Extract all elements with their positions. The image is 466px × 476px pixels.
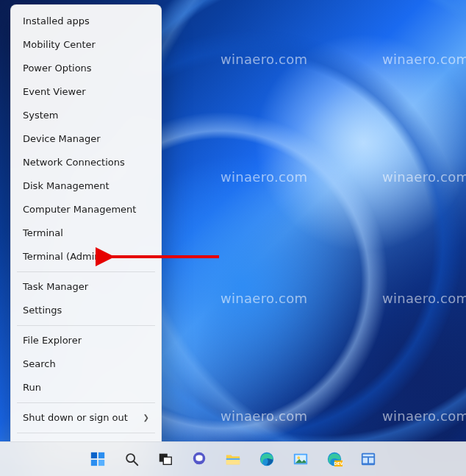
task-view-button[interactable] — [151, 445, 179, 473]
menu-item-label: Run — [23, 376, 41, 399]
menu-item-label: Task Manager — [23, 275, 88, 299]
menu-item-mobility-center[interactable]: Mobility Center — [11, 33, 161, 57]
chat-icon — [191, 451, 207, 467]
svg-point-15 — [297, 456, 300, 459]
edge-dev-icon: DEV — [326, 451, 343, 467]
svg-rect-2 — [98, 452, 104, 458]
menu-item-settings[interactable]: Settings — [11, 299, 161, 322]
start-button[interactable] — [84, 445, 112, 473]
menu-item-terminal-admin[interactable]: Terminal (Admin) — [11, 245, 161, 269]
menu-item-label: Shut down or sign out — [23, 406, 128, 430]
chevron-right-icon: ❯ — [143, 406, 149, 430]
winaero-tweaker-button[interactable] — [354, 445, 382, 473]
menu-item-label: Terminal — [23, 221, 63, 245]
menu-item-system[interactable]: System — [11, 104, 161, 127]
menu-item-computer-management[interactable]: Computer Management — [11, 198, 161, 221]
winaero-tweaker-icon — [360, 451, 376, 467]
menu-item-run[interactable]: Run — [11, 376, 161, 399]
watermark: winaero.com — [221, 169, 307, 185]
svg-text:DEV: DEV — [334, 461, 343, 466]
menu-item-power-options[interactable]: Power Options — [11, 57, 161, 80]
menu-item-label: Search — [23, 352, 56, 376]
menu-item-label: System — [23, 104, 58, 127]
taskbar: DEV — [0, 441, 466, 476]
menu-item-file-explorer[interactable]: File Explorer — [11, 329, 161, 352]
menu-item-label: Disk Management — [23, 174, 110, 198]
menu-item-network-connections[interactable]: Network Connections — [11, 151, 161, 174]
search-button[interactable] — [118, 445, 146, 473]
desktop[interactable]: winaero.com winaero.com winaero.com wina… — [0, 0, 466, 476]
watermark: winaero.com — [382, 291, 466, 306]
menu-separator — [17, 271, 155, 272]
menu-item-shutdown-signout[interactable]: Shut down or sign out ❯ — [11, 406, 161, 430]
winx-context-menu: Installed apps Mobility Center Power Opt… — [10, 4, 162, 465]
watermark: winaero.com — [221, 408, 307, 424]
windows-logo-icon — [90, 451, 106, 467]
menu-item-label: Power Options — [23, 57, 92, 80]
svg-rect-21 — [363, 458, 368, 463]
svg-rect-11 — [226, 458, 240, 460]
menu-item-task-manager[interactable]: Task Manager — [11, 275, 161, 299]
menu-separator — [17, 402, 155, 403]
chat-button[interactable] — [185, 445, 213, 473]
menu-item-disk-management[interactable]: Disk Management — [11, 174, 161, 198]
watermark: winaero.com — [221, 291, 307, 306]
menu-item-terminal[interactable]: Terminal — [11, 221, 161, 245]
taskview-icon — [157, 451, 173, 467]
svg-rect-20 — [363, 455, 374, 457]
menu-item-label: Device Manager — [23, 127, 101, 151]
edge-icon — [259, 451, 275, 467]
svg-rect-1 — [91, 452, 97, 458]
menu-item-label: Computer Management — [23, 198, 136, 221]
svg-rect-8 — [163, 457, 171, 464]
edge-dev-button[interactable]: DEV — [320, 445, 348, 473]
watermark: winaero.com — [382, 408, 466, 424]
watermark: winaero.com — [382, 51, 466, 67]
watermark: winaero.com — [382, 169, 466, 185]
photos-icon — [293, 451, 309, 467]
menu-item-label: Network Connections — [23, 151, 125, 174]
edge-button[interactable] — [253, 445, 281, 473]
menu-item-event-viewer[interactable]: Event Viewer — [11, 80, 161, 104]
svg-rect-3 — [91, 460, 97, 466]
file-explorer-icon — [225, 451, 241, 467]
svg-line-6 — [134, 461, 138, 466]
search-icon — [123, 451, 140, 467]
menu-separator — [17, 325, 155, 326]
svg-rect-22 — [369, 458, 373, 463]
menu-item-label: Event Viewer — [23, 80, 86, 104]
menu-item-label: Mobility Center — [23, 33, 96, 57]
menu-item-label: Installed apps — [23, 10, 90, 33]
menu-item-device-manager[interactable]: Device Manager — [11, 127, 161, 151]
menu-item-installed-apps[interactable]: Installed apps — [11, 10, 161, 33]
menu-item-search[interactable]: Search — [11, 352, 161, 376]
photos-button[interactable] — [287, 445, 315, 473]
file-explorer-button[interactable] — [219, 445, 247, 473]
menu-separator — [17, 433, 155, 433]
svg-rect-4 — [98, 460, 104, 466]
menu-item-label: File Explorer — [23, 329, 82, 352]
watermark: winaero.com — [221, 51, 307, 67]
menu-item-label: Settings — [23, 299, 62, 322]
menu-item-label: Terminal (Admin) — [23, 245, 104, 269]
